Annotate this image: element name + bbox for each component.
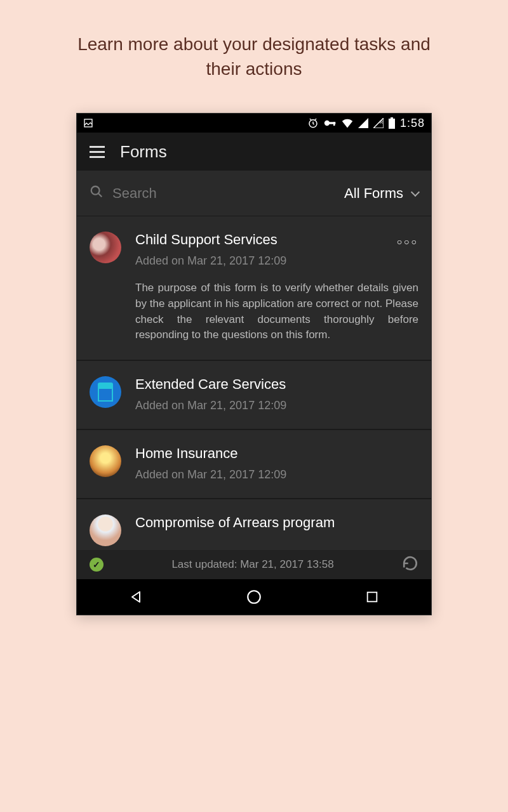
battery-icon — [389, 117, 395, 129]
svg-point-8 — [91, 187, 100, 195]
svg-text:R: R — [380, 120, 383, 124]
form-item[interactable]: Extended Care Services Added on Mar 21, … — [77, 361, 431, 430]
footer-bar: ✓ Last updated: Mar 21, 2017 13:58 — [77, 550, 431, 579]
check-icon: ✓ — [90, 558, 104, 572]
form-date: Added on Mar 21, 2017 12:09 — [135, 399, 418, 412]
key-icon — [324, 119, 337, 128]
page-heading: Learn more about your designated tasks a… — [76, 32, 432, 81]
back-button[interactable] — [127, 588, 145, 606]
signal-icon — [358, 118, 368, 128]
svg-rect-4 — [333, 122, 335, 126]
form-description: The purpose of this form is to verify wh… — [135, 280, 418, 343]
form-item[interactable]: Child Support Services Added on Mar 21, … — [77, 216, 431, 361]
svg-rect-7 — [389, 119, 395, 129]
form-avatar — [90, 232, 121, 263]
svg-point-9 — [248, 591, 260, 603]
form-item[interactable]: Compromise of Arrears program — [77, 499, 431, 550]
app-header: Forms — [77, 133, 431, 171]
filter-label: All Forms — [344, 185, 403, 202]
status-bar: R 1:58 — [77, 114, 431, 133]
menu-icon[interactable] — [90, 146, 105, 158]
form-avatar — [90, 514, 121, 546]
header-title: Forms — [120, 142, 167, 162]
chevron-down-icon — [411, 188, 420, 197]
form-date: Added on Mar 21, 2017 12:09 — [135, 254, 286, 268]
filter-dropdown[interactable]: All Forms — [344, 185, 418, 202]
android-nav-bar — [77, 579, 431, 615]
form-title: Child Support Services — [135, 232, 286, 248]
search-placeholder: Search — [112, 185, 157, 202]
svg-rect-6 — [391, 117, 393, 119]
wifi-icon — [342, 118, 353, 128]
image-icon — [83, 118, 93, 128]
search-input[interactable]: Search — [90, 185, 157, 202]
svg-point-2 — [324, 121, 330, 126]
refresh-icon[interactable] — [402, 555, 418, 574]
forms-list[interactable]: Child Support Services Added on Mar 21, … — [77, 216, 431, 550]
recents-button[interactable] — [363, 588, 381, 606]
last-updated-text: Last updated: Mar 21, 2017 13:58 — [171, 558, 333, 571]
alarm-icon — [307, 117, 319, 129]
form-avatar — [90, 445, 121, 477]
home-button[interactable] — [245, 588, 263, 606]
status-time: 1:58 — [400, 117, 425, 130]
form-item[interactable]: Home Insurance Added on Mar 21, 2017 12:… — [77, 430, 431, 499]
search-icon — [90, 185, 104, 202]
svg-rect-10 — [368, 593, 377, 602]
search-bar: Search All Forms — [77, 171, 431, 216]
form-title: Compromise of Arrears program — [135, 514, 418, 531]
more-icon[interactable]: ○○○ — [397, 232, 418, 247]
form-title: Extended Care Services — [135, 376, 418, 393]
form-avatar — [90, 376, 121, 408]
phone-frame: R 1:58 Forms Search All Forms — [76, 113, 432, 615]
form-title: Home Insurance — [135, 445, 418, 462]
form-date: Added on Mar 21, 2017 12:09 — [135, 468, 418, 481]
roaming-icon: R — [373, 118, 384, 128]
